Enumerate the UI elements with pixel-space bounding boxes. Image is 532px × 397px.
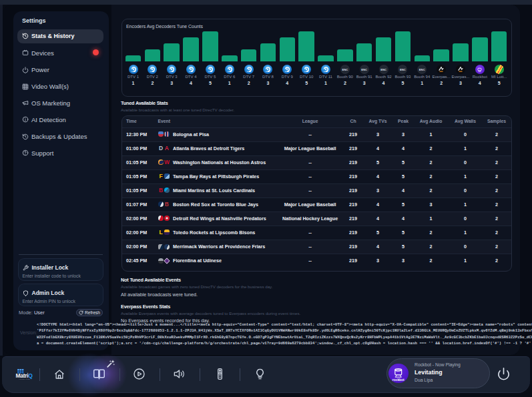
- svg-text:rockbot: rockbot: [392, 378, 405, 382]
